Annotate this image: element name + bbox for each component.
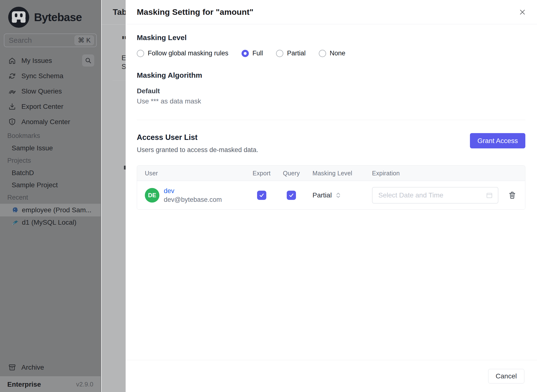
section-projects: Projects <box>0 154 101 167</box>
radio-button[interactable] <box>276 50 283 57</box>
sidebar-item-slow-queries[interactable]: Slow Queries <box>0 84 101 99</box>
radio-label: Full <box>252 50 263 57</box>
close-icon <box>518 8 527 17</box>
section-bookmarks: Bookmarks <box>0 129 101 142</box>
trash-icon <box>508 191 516 199</box>
access-user-table: User Export Query Masking Level Expirati… <box>137 165 525 210</box>
clipped-text: E <box>121 54 126 62</box>
sidebar-item-label: Slow Queries <box>21 87 62 95</box>
clipped-page-title: Tab <box>113 7 126 17</box>
algorithm-description: Use *** as data mask <box>137 97 525 105</box>
column-query: Query <box>278 170 305 177</box>
column-masking-level: Masking Level <box>305 170 364 177</box>
radio-option-partial[interactable]: Partial <box>276 50 306 57</box>
user-name-link[interactable]: dev <box>164 187 222 195</box>
radio-button[interactable] <box>242 50 249 57</box>
shield-icon <box>8 118 16 126</box>
sidebar-item-sync-schema[interactable]: Sync Schema <box>0 68 101 84</box>
date-placeholder: Select Date and Time <box>378 191 486 199</box>
modal-header: Masking Setting for "amount" <box>126 0 537 24</box>
radio-button[interactable] <box>137 50 144 57</box>
sidebar-nav: My Issues Sync Schema Slo <box>0 53 101 129</box>
user-email: dev@bytebase.com <box>164 195 222 204</box>
divider <box>137 120 525 120</box>
divider <box>102 24 126 25</box>
masking-level-heading: Masking Level <box>137 34 525 42</box>
modal-footer: Cancel <box>126 360 537 392</box>
sidebar-item-label: Sync Schema <box>21 72 63 80</box>
download-icon <box>8 103 16 111</box>
sidebar-item-my-issues[interactable]: My Issues <box>0 53 101 68</box>
divider <box>112 80 126 80</box>
section-recent: Recent <box>0 191 101 204</box>
chevron-up-down-icon <box>335 192 342 199</box>
check-icon <box>259 192 265 198</box>
table-row: DE dev dev@bytebase.com <box>137 181 525 209</box>
sync-icon <box>8 72 16 80</box>
check-icon <box>288 192 294 198</box>
clipped-text: " <box>121 34 126 47</box>
avatar: DE <box>145 188 159 203</box>
radio-button[interactable] <box>319 50 326 57</box>
grant-access-button[interactable]: Grant Access <box>470 133 525 148</box>
search-placeholder: Search <box>9 36 75 44</box>
delete-row-button[interactable] <box>508 191 516 199</box>
close-button[interactable] <box>517 7 528 17</box>
sidebar-item-sample-issue[interactable]: Sample Issue <box>0 142 101 154</box>
home-icon <box>8 57 16 65</box>
table-header: User Export Query Masking Level Expirati… <box>137 166 525 181</box>
plan-name: Enterprise <box>7 381 41 388</box>
logo-text: Bytebase <box>34 11 82 24</box>
modal-title: Masking Setting for "amount" <box>137 7 517 17</box>
access-user-list-subtitle: Users granted to access de-masked data. <box>137 146 258 154</box>
sidebar-item-label: My Issues <box>21 57 52 65</box>
masking-level-select[interactable]: Partial <box>305 191 364 199</box>
sidebar-item-export-center[interactable]: Export Center <box>0 99 101 114</box>
masking-level-value: Partial <box>312 191 332 199</box>
clipped-glyph <box>124 166 126 170</box>
logo[interactable]: Bytebase <box>0 0 101 29</box>
app-version: v2.9.0 <box>76 381 93 388</box>
algorithm-name: Default <box>137 87 525 95</box>
sub-item-label: d1 (MySQL Local) <box>22 219 77 226</box>
radio-option-follow-global[interactable]: Follow global masking rules <box>137 50 228 57</box>
sidebar-item-label: Anomaly Center <box>21 118 70 126</box>
sidebar-item-d1-db[interactable]: d1 (MySQL Local) <box>0 216 101 229</box>
keyboard-shortcut-badge: ⌘ K <box>75 35 94 45</box>
sidebar-item-employee-db[interactable]: employee (Prod Sam... <box>0 204 101 216</box>
sidebar-item-batchd[interactable]: BatchD <box>0 167 101 179</box>
archive-box-icon <box>8 364 16 371</box>
masking-setting-modal: Masking Setting for "amount" Masking Lev… <box>126 0 537 392</box>
dimmed-background-page: Tab " E S <box>102 0 126 392</box>
export-checkbox[interactable] <box>257 191 266 200</box>
query-checkbox[interactable] <box>287 191 296 200</box>
sub-item-label: Sample Project <box>12 181 58 189</box>
radio-label: None <box>330 50 346 57</box>
sidebar-spacer <box>0 229 101 360</box>
masking-level-radio-group: Follow global masking rules Full Partial… <box>137 50 525 57</box>
column-expiration: Expiration <box>364 170 525 177</box>
cancel-button[interactable]: Cancel <box>488 369 524 383</box>
search-icon <box>85 57 92 64</box>
sub-item-label: employee (Prod Sam... <box>22 206 91 214</box>
expiration-date-input[interactable]: Select Date and Time <box>372 187 498 204</box>
sidebar-item-label: Export Center <box>21 103 63 111</box>
radio-option-full[interactable]: Full <box>242 50 263 57</box>
sidebar-item-archive[interactable]: Archive <box>0 360 101 375</box>
bytebase-logo-icon <box>7 6 30 29</box>
modal-body: Masking Level Follow global masking rule… <box>126 34 537 210</box>
plan-bar[interactable]: Enterprise v2.9.0 <box>0 376 101 392</box>
calendar-icon <box>486 192 493 199</box>
radio-option-none[interactable]: None <box>319 50 346 57</box>
sidebar-item-anomaly-center[interactable]: Anomaly Center <box>0 114 101 129</box>
turtle-icon <box>8 87 16 95</box>
mysql-icon <box>12 219 19 226</box>
sidebar: Bytebase Search ⌘ K My Issues Sync Schem… <box>0 0 101 392</box>
search-input[interactable]: Search ⌘ K <box>4 34 97 47</box>
issue-search-button[interactable] <box>82 54 94 67</box>
sidebar-item-sample-project[interactable]: Sample Project <box>0 179 101 191</box>
sidebar-item-label: Archive <box>21 364 44 371</box>
radio-label: Follow global masking rules <box>148 50 228 57</box>
postgresql-icon <box>12 206 19 214</box>
sub-item-label: BatchD <box>12 169 34 177</box>
